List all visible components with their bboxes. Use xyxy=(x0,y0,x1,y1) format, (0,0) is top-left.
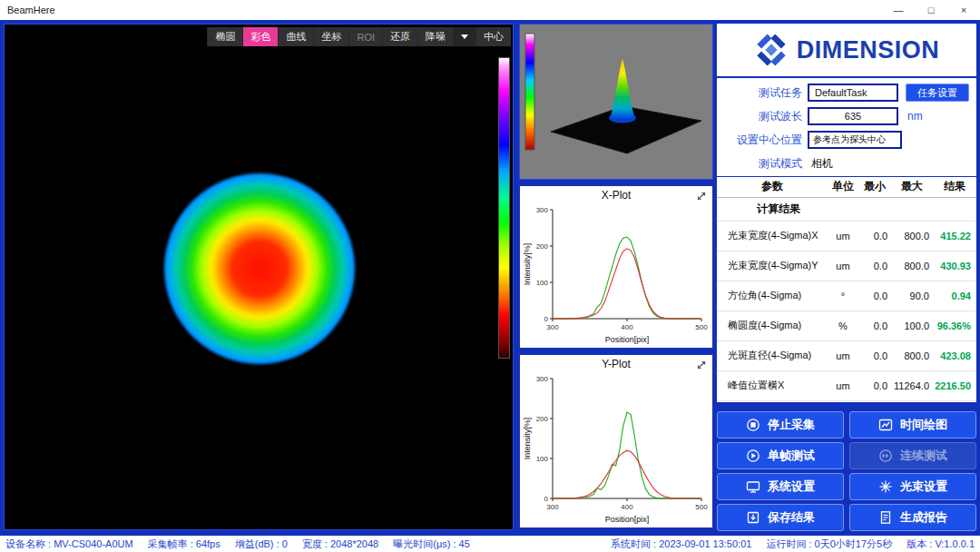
x-plot-panel: X-Plot 0100200300300400500Position[pix]I… xyxy=(519,185,713,349)
task-settings-button[interactable]: 任务设置 xyxy=(906,84,969,102)
status-item: 系统时间 : 2023-09-01 13:50:01 xyxy=(611,537,751,551)
results-header-row: 参数单位最小最大结果 xyxy=(717,177,976,197)
toolbar-center-button[interactable]: 中心 xyxy=(476,27,511,46)
x-plot-chart: 0100200300300400500Position[pix]Intensit… xyxy=(522,202,710,346)
action-label: 系统设置 xyxy=(768,478,815,495)
wavelength-input[interactable]: 635 xyxy=(808,107,898,125)
toolbar-coords-button[interactable]: 坐标 xyxy=(314,27,348,46)
svg-text:200: 200 xyxy=(536,242,549,251)
status-value: 0天0小时17分5秒 xyxy=(815,538,893,549)
status-label: 版本 : xyxy=(906,538,932,549)
wavelength-label: 测试波长 xyxy=(717,109,802,124)
results-header-cell: 单位 xyxy=(828,177,858,197)
dimension-diamond-icon xyxy=(754,33,789,67)
beam-toolbar: 椭圆彩色曲线坐标ROI还原降噪中心 xyxy=(207,27,511,46)
param-cell: 峰值位置横X xyxy=(717,370,828,400)
stop-icon xyxy=(746,418,760,432)
action-stop-button[interactable]: 停止采集 xyxy=(717,411,844,439)
table-row: 光斑直径(4-Sigma)um0.0800.0423.08 xyxy=(717,340,976,370)
result-cell: 96.36% xyxy=(933,310,976,340)
status-value: 2023-09-01 13:50:01 xyxy=(659,538,751,549)
close-button[interactable]: × xyxy=(947,0,980,20)
action-save-button[interactable]: 保存结果 xyxy=(717,504,844,531)
status-item: 宽度 : 2048*2048 xyxy=(302,537,378,551)
task-input[interactable]: DefaultTask xyxy=(808,84,898,102)
action-label: 时间绘图 xyxy=(900,417,947,433)
svg-text:100: 100 xyxy=(536,455,549,463)
action-label: 连续测试 xyxy=(900,448,947,464)
max-cell: 800.0 xyxy=(891,251,933,281)
min-cell: 0.0 xyxy=(858,221,891,251)
beam-spot xyxy=(164,173,355,364)
y-plot-panel: Y-Plot 0100200300300400500Position[pix]I… xyxy=(519,354,713,528)
maximize-button[interactable]: □ xyxy=(915,0,947,20)
action-report-button[interactable]: 生成报告 xyxy=(849,504,976,531)
center-position-row: 设置中心位置 参考点为探头中心 xyxy=(717,131,976,149)
toolbar-color-button[interactable]: 彩色 xyxy=(243,27,278,46)
max-cell: 800.0 xyxy=(891,221,933,251)
status-value: V:1.0.0.1 xyxy=(935,538,975,549)
svg-text:Intensity[%]: Intensity[%] xyxy=(523,418,532,460)
status-value: 45 xyxy=(459,538,470,549)
beam-3d-view[interactable] xyxy=(519,24,713,180)
results-header-cell: 结果 xyxy=(933,177,976,197)
test-mode-row: 测试模式 相机 xyxy=(717,154,976,172)
colormap-scale xyxy=(498,57,510,359)
toolbar-denoise-button[interactable]: 降噪 xyxy=(418,27,453,46)
status-bar: 设备名称 : MV-CS040-A0UM采集帧率 : 64fps增益(dB) :… xyxy=(0,536,980,552)
max-cell: 800.0 xyxy=(891,340,933,370)
settings-box: 测试任务 DefaultTask 任务设置 测试波长 635 nm 设置中心位置… xyxy=(717,78,976,176)
colormap-dropdown-icon[interactable] xyxy=(461,34,468,39)
toolbar-ellipse-button[interactable]: 椭圆 xyxy=(208,27,242,46)
result-cell: 2216.50 xyxy=(933,370,976,400)
action-label: 保存结果 xyxy=(768,509,815,526)
wavelength-row: 测试波长 635 nm xyxy=(717,107,976,125)
center-position-select[interactable]: 参考点为探头中心 xyxy=(808,131,902,149)
minimize-button[interactable]: — xyxy=(882,0,915,20)
min-cell: 0.0 xyxy=(858,340,891,370)
unit-cell: um xyxy=(828,340,858,370)
results-header-cell: 最大 xyxy=(891,177,933,197)
x-plot-title: X-Plot xyxy=(520,189,712,202)
expand-icon[interactable] xyxy=(695,190,708,202)
result-cell: 430.93 xyxy=(933,251,976,281)
table-row: 光束宽度(4-Sigma)Xum0.0800.0415.22 xyxy=(717,221,976,251)
action-beam-button[interactable]: 光束设置 xyxy=(849,473,976,500)
monitor-icon xyxy=(746,479,760,494)
svg-text:300: 300 xyxy=(546,503,559,511)
brand-name: DIMENSION xyxy=(797,36,940,64)
action-play-button[interactable]: 单帧测试 xyxy=(717,442,844,469)
window-controls: — □ × xyxy=(882,0,980,20)
result-cell: 423.08 xyxy=(933,340,976,370)
status-item: 版本 : V:1.0.0.1 xyxy=(906,537,975,551)
param-cell: 光斑直径(4-Sigma) xyxy=(717,340,828,370)
forward-icon xyxy=(878,448,893,463)
min-cell: 0.0 xyxy=(858,370,891,400)
min-cell: 0.0 xyxy=(858,310,891,340)
results-body: 计算结果光束宽度(4-Sigma)Xum0.0800.0415.22光束宽度(4… xyxy=(717,197,976,400)
action-chart-button[interactable]: 时间绘图 xyxy=(849,411,976,439)
action-monitor-button[interactable]: 系统设置 xyxy=(717,473,844,500)
svg-text:400: 400 xyxy=(621,503,633,511)
brand-logo: DIMENSION xyxy=(717,24,976,76)
results-table-box: 参数单位最小最大结果 计算结果光束宽度(4-Sigma)Xum0.0800.04… xyxy=(717,177,976,402)
action-forward-button[interactable]: 连续测试 xyxy=(849,442,976,469)
status-label: 曝光时间(μs) : xyxy=(393,538,456,549)
action-label: 光束设置 xyxy=(900,478,947,495)
toolbar-roi-button[interactable]: ROI xyxy=(349,27,382,46)
svg-text:300: 300 xyxy=(546,323,559,331)
expand-icon[interactable] xyxy=(695,359,708,371)
results-header-cell: 参数 xyxy=(717,177,828,197)
toolbar-restore-button[interactable]: 还原 xyxy=(383,27,417,46)
beam-3d-plot xyxy=(520,25,712,179)
title-bar: BeamHere — □ × xyxy=(0,0,980,20)
toolbar-curve-button[interactable]: 曲线 xyxy=(279,27,313,46)
status-label: 运行时间 : xyxy=(766,538,811,549)
param-cell: 光束宽度(4-Sigma)Y xyxy=(717,251,828,281)
beam-view[interactable]: 椭圆彩色曲线坐标ROI还原降噪中心 xyxy=(4,24,514,530)
min-cell: 0.0 xyxy=(858,251,891,281)
svg-text:Position[pix]: Position[pix] xyxy=(605,335,650,344)
action-label: 停止采集 xyxy=(768,417,815,433)
status-label: 系统时间 : xyxy=(611,538,656,549)
status-label: 采集帧率 : xyxy=(148,538,193,549)
